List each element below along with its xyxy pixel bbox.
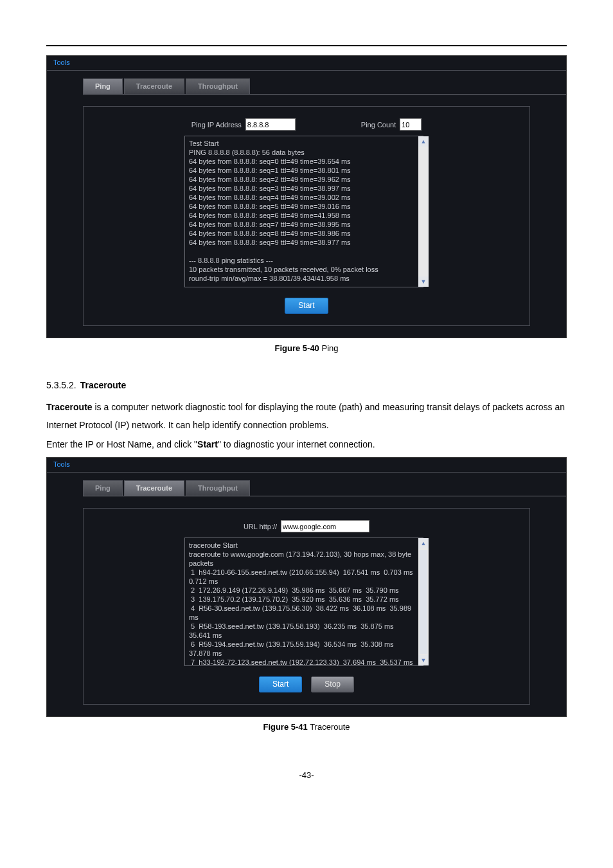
paragraph-2: Enter the IP or Host Name, and click "St… [46, 435, 567, 453]
scroll-down-icon-2[interactable]: ▼ [418, 655, 429, 665]
tab-ping[interactable]: Ping [83, 78, 123, 94]
scroll-up-icon-2[interactable]: ▲ [418, 538, 429, 548]
ping-count-input[interactable] [400, 118, 422, 131]
figure-caption-ping: Figure 5-40 Ping [46, 343, 567, 353]
ping-panel: Tools Ping Traceroute Throughput Ping IP… [46, 55, 567, 338]
scrollbar-2[interactable]: ▲ ▼ [418, 538, 429, 665]
url-input[interactable] [281, 520, 369, 532]
page-number: -43- [46, 770, 567, 780]
traceroute-start-button[interactable]: Start [259, 676, 302, 692]
traceroute-output: traceroute Start traceroute to www.googl… [184, 538, 423, 666]
traceroute-stop-button[interactable]: Stop [311, 676, 354, 692]
tab-throughput-2[interactable]: Throughput [186, 480, 250, 496]
paragraph-1: Traceroute is a computer network diagnos… [46, 398, 567, 434]
ping-count-label: Ping Count [361, 121, 396, 129]
scroll-up-icon[interactable]: ▲ [418, 136, 429, 147]
tab-throughput[interactable]: Throughput [186, 78, 250, 94]
tab-traceroute-2[interactable]: Traceroute [124, 480, 184, 496]
tab-ping-2[interactable]: Ping [83, 480, 123, 496]
section-title: Traceroute [80, 380, 127, 390]
panel-title: Tools [47, 56, 566, 71]
panel-title-2: Tools [47, 458, 566, 473]
figure-caption-traceroute: Figure 5-41 Traceroute [46, 722, 567, 732]
ping-output: Test Start PING 8.8.8.8 (8.8.8.8): 56 da… [184, 136, 423, 287]
ping-start-button[interactable]: Start [285, 298, 328, 314]
scrollbar[interactable]: ▲ ▼ [418, 136, 429, 287]
traceroute-panel: Tools Ping Traceroute Throughput URL htt… [46, 457, 567, 717]
ping-ip-input[interactable] [245, 118, 296, 131]
section-number: 5.3.5.2. [46, 380, 76, 390]
tab-traceroute[interactable]: Traceroute [124, 78, 184, 94]
ping-ip-label: Ping IP Address [191, 121, 242, 129]
scroll-down-icon[interactable]: ▼ [418, 276, 429, 287]
url-label: URL http:// [244, 523, 277, 530]
